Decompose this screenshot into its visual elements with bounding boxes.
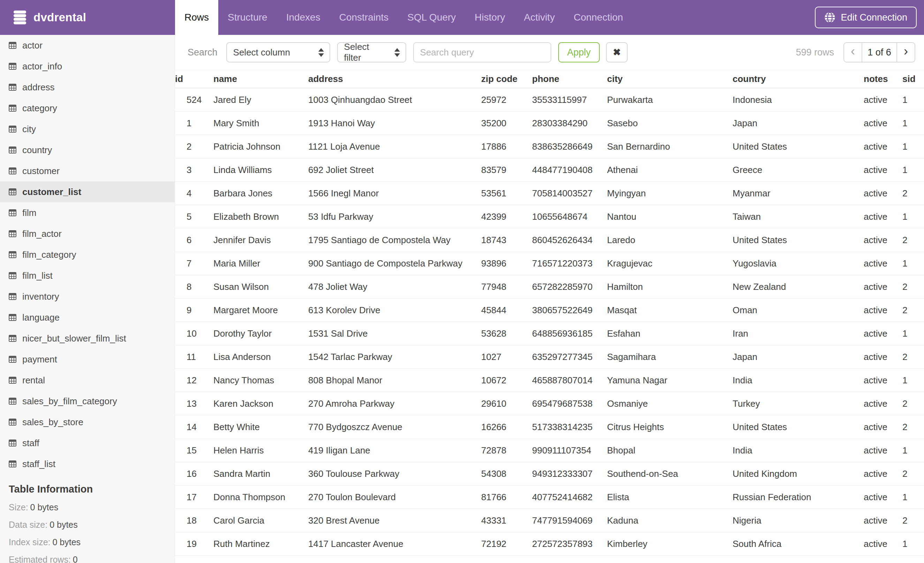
table-row[interactable]: 6 Jennifer Davis 1795 Santiago de Compos… (175, 228, 924, 252)
cell-name: Mary Smith (213, 112, 308, 135)
table-row[interactable]: 7 Maria Miller 900 Santiago de Compostel… (175, 252, 924, 275)
cell-notes: active (864, 439, 902, 462)
sidebar-item-language[interactable]: language (0, 307, 175, 328)
cell-sid: 1 (902, 135, 924, 158)
tab-rows[interactable]: Rows (175, 0, 218, 35)
table-row[interactable]: 1 Mary Smith 1913 Hanoi Way 35200 283033… (175, 112, 924, 135)
table-name-label: inventory (22, 291, 59, 302)
cell-notes: active (864, 112, 902, 135)
tab-history[interactable]: History (465, 0, 514, 35)
cell-country: Iran (733, 322, 864, 345)
table-header-row: idnameaddresszip codephonecitycountrynot… (175, 70, 924, 88)
sidebar-item-customer[interactable]: customer (0, 161, 175, 182)
tab-constraints[interactable]: Constraints (330, 0, 398, 35)
column-header[interactable]: name (213, 70, 308, 88)
sidebar-item-staff-list[interactable]: staff_list (0, 453, 175, 474)
table-row[interactable]: 12 Nancy Thomas 808 Bhopal Manor 10672 4… (175, 369, 924, 392)
table-row[interactable]: 524 Jared Ely 1003 Qinhuangdao Street 25… (175, 88, 924, 112)
sidebar-item-sales-by-film-category[interactable]: sales_by_film_category (0, 391, 175, 411)
cell-notes: active (864, 486, 902, 509)
sidebar-item-country[interactable]: country (0, 140, 175, 161)
table-row[interactable]: 15 Helen Harris 419 Iligan Lane 72878 99… (175, 439, 924, 462)
cell-address: 270 Amroha Parkway (308, 392, 481, 416)
table-row[interactable]: 4 Barbara Jones 1566 Inegl Manor 53561 7… (175, 182, 924, 205)
table-name-label: staff (22, 438, 39, 449)
cell-zip-code: 16266 (481, 416, 532, 439)
cell-notes: active (864, 158, 902, 182)
cell-id: 19 (175, 532, 213, 555)
apply-button[interactable]: Apply (558, 42, 600, 62)
table-icon (9, 398, 16, 405)
sidebar-item-address[interactable]: address (0, 77, 175, 98)
sidebar-item-rental[interactable]: rental (0, 370, 175, 391)
table-row[interactable]: 13 Karen Jackson 270 Amroha Parkway 2961… (175, 392, 924, 416)
sidebar-item-film-actor[interactable]: film_actor (0, 223, 175, 244)
sidebar-item-film[interactable]: film (0, 202, 175, 223)
table-row[interactable]: 10 Dorothy Taylor 1531 Sal Drive 53628 6… (175, 322, 924, 345)
sidebar-item-film-list[interactable]: film_list (0, 265, 175, 286)
table-row[interactable]: 16 Sandra Martin 360 Toulouse Parkway 54… (175, 462, 924, 486)
next-page-button[interactable]: › (897, 43, 915, 62)
table-row[interactable]: 3 Linda Williams 692 Joliet Street 83579… (175, 158, 924, 182)
tab-activity[interactable]: Activity (514, 0, 564, 35)
table-row[interactable]: 2 Patricia Johnson 1121 Loja Avenue 1788… (175, 135, 924, 158)
table-row[interactable]: 9 Margaret Moore 613 Korolev Drive 45844… (175, 299, 924, 322)
sidebar-item-category[interactable]: category (0, 98, 175, 119)
cell-zip-code: 42399 (481, 205, 532, 228)
cell-country: Japan (733, 345, 864, 369)
table-row[interactable]: 14 Betty White 770 Bydgoszcz Avenue 1626… (175, 416, 924, 439)
sidebar-item-staff[interactable]: staff (0, 432, 175, 453)
search-query-input[interactable] (413, 42, 551, 62)
cell-sid: 1 (902, 112, 924, 135)
table-row[interactable]: 5 Elizabeth Brown 53 Idfu Parkway 42399 … (175, 205, 924, 228)
column-header[interactable]: phone (532, 70, 607, 88)
tab-connection[interactable]: Connection (564, 0, 633, 35)
filter-select[interactable]: Select filter (337, 42, 406, 62)
cell-phone: 716571220373 (532, 252, 607, 275)
cell-phone: 517338314235 (532, 416, 607, 439)
sidebar-item-city[interactable]: city (0, 119, 175, 140)
tab-structure[interactable]: Structure (218, 0, 277, 35)
cell-id: 1 (175, 112, 213, 135)
column-header[interactable]: id (175, 70, 213, 88)
sidebar-item-inventory[interactable]: inventory (0, 286, 175, 307)
edit-connection-button[interactable]: Edit Connection (815, 7, 916, 28)
cell-address: 1121 Loja Avenue (308, 135, 481, 158)
sidebar-item-actor-info[interactable]: actor_info (0, 56, 175, 77)
table-row[interactable]: 18 Carol Garcia 320 Brest Avenue 43331 7… (175, 509, 924, 532)
column-select[interactable]: Select column (226, 42, 330, 62)
sidebar-item-sales-by-store[interactable]: sales_by_store (0, 411, 175, 432)
sidebar-item-actor[interactable]: actor (0, 35, 175, 56)
column-header[interactable]: address (308, 70, 481, 88)
table-row[interactable]: 8 Susan Wilson 478 Joliet Way 77948 6572… (175, 275, 924, 299)
cell-zip-code: 81766 (481, 486, 532, 509)
table-row[interactable]: 17 Donna Thompson 270 Toulon Boulevard 8… (175, 486, 924, 509)
cell-sid: 1 (902, 439, 924, 462)
table-information-rows: Size:0 bytes Data size:0 bytes Index siz… (9, 502, 175, 563)
cell-id: 5 (175, 205, 213, 228)
cell-country: India (733, 439, 864, 462)
tab-sql-query[interactable]: SQL Query (398, 0, 465, 35)
column-header[interactable]: zip code (481, 70, 532, 88)
table-icon (9, 293, 16, 300)
table-name-label: customer_list (22, 187, 81, 197)
tab-indexes[interactable]: Indexes (277, 0, 330, 35)
column-header[interactable]: country (733, 70, 864, 88)
column-header[interactable]: city (607, 70, 733, 88)
sidebar-item-payment[interactable]: payment (0, 349, 175, 370)
cell-address: 613 Korolev Drive (308, 299, 481, 322)
cell-zip-code: 35200 (481, 112, 532, 135)
pagination: ‹ 1 of 6 › (843, 42, 915, 62)
table-row[interactable]: 11 Lisa Anderson 1542 Tarlac Parkway 102… (175, 345, 924, 369)
column-header[interactable]: sid (902, 70, 924, 88)
previous-page-button[interactable]: ‹ (844, 43, 862, 62)
cell-phone: 35533115997 (532, 88, 607, 112)
table-row[interactable]: 19 Ruth Martinez 1417 Lancaster Avenue 7… (175, 532, 924, 555)
cell-id: 7 (175, 252, 213, 275)
sidebar-item-film-category[interactable]: film_category (0, 244, 175, 265)
column-header[interactable]: notes (864, 70, 902, 88)
clear-search-button[interactable]: ✖ (606, 42, 628, 62)
sidebar-item-customer-list[interactable]: customer_list (0, 182, 175, 202)
sidebar-item-nicer-but-slower-film-list[interactable]: nicer_but_slower_film_list (0, 328, 175, 349)
cell-phone: 635297277345 (532, 345, 607, 369)
